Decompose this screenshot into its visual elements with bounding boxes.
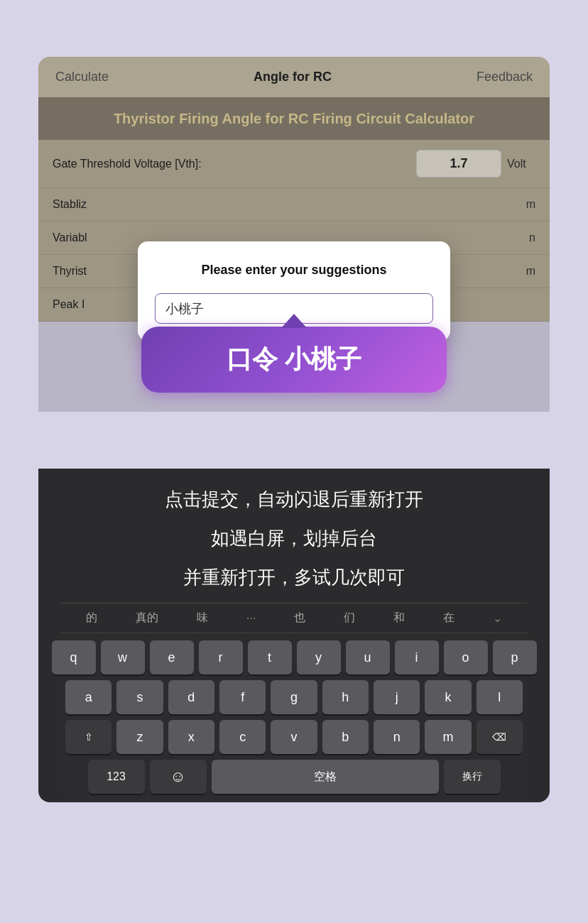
suggestion-wei[interactable]: 味	[197, 611, 208, 626]
instruction-line3: 并重新打开，多试几次即可	[61, 564, 527, 591]
key-k[interactable]: k	[425, 680, 471, 714]
key-f[interactable]: f	[219, 680, 266, 714]
backspace-key[interactable]: ⌫	[477, 720, 523, 754]
suggestion-he[interactable]: 和	[393, 611, 405, 626]
suggestion-ye[interactable]: 也	[294, 611, 305, 626]
key-p[interactable]: p	[493, 640, 537, 674]
tooltip-bubble: 口令 小桃子	[141, 327, 447, 393]
key-s[interactable]: s	[116, 680, 163, 714]
key-h[interactable]: h	[322, 680, 369, 714]
key-i[interactable]: i	[395, 640, 439, 674]
key-q[interactable]: q	[52, 640, 96, 674]
key-123[interactable]: 123	[88, 760, 145, 794]
key-j[interactable]: j	[374, 680, 420, 714]
suggestion-de[interactable]: 的	[86, 611, 97, 626]
key-e[interactable]: e	[150, 640, 194, 674]
key-space[interactable]: 空格	[212, 760, 439, 794]
dark-overlay: 点击提交，自动闪退后重新打开 如遇白屏，划掉后台 并重新打开，多试几次即可 的 …	[38, 469, 550, 802]
key-t[interactable]: t	[248, 640, 292, 674]
key-l[interactable]: l	[477, 680, 523, 714]
tooltip-text: 口令 小桃子	[227, 344, 361, 373]
app-container: Calculate Angle for RC Feedback Thyristo…	[38, 57, 550, 322]
key-emoji[interactable]: ☺	[150, 760, 207, 794]
key-a[interactable]: a	[65, 680, 111, 714]
instruction-line1: 点击提交，自动闪退后重新打开	[61, 486, 527, 513]
key-g[interactable]: g	[271, 680, 317, 714]
key-r[interactable]: r	[199, 640, 243, 674]
keyboard-row2: a s d f g h j k l	[65, 680, 523, 714]
key-w[interactable]: w	[101, 640, 145, 674]
keyboard-row4: 123 ☺ 空格 换行	[65, 760, 523, 794]
keyboard-row3: ⇧ z x c v b n m ⌫	[65, 720, 523, 754]
key-u[interactable]: u	[346, 640, 390, 674]
suggestion-men[interactable]: 们	[344, 611, 355, 626]
key-v[interactable]: v	[271, 720, 317, 754]
suggestion-dots: ···	[246, 612, 256, 625]
key-return[interactable]: 换行	[444, 760, 501, 794]
key-z[interactable]: z	[116, 720, 163, 754]
key-d[interactable]: d	[168, 680, 214, 714]
key-m[interactable]: m	[425, 720, 471, 754]
suggestion-row: 的 真的 味 ··· 也 们 和 在 ⌄	[61, 603, 527, 633]
suggestion-chevron-icon: ⌄	[493, 611, 502, 625]
key-n[interactable]: n	[374, 720, 420, 754]
suggestion-zhende[interactable]: 真的	[136, 611, 158, 626]
key-b[interactable]: b	[322, 720, 369, 754]
instruction-line2: 如遇白屏，划掉后台	[61, 525, 527, 552]
suggestion-zai[interactable]: 在	[443, 611, 454, 626]
key-o[interactable]: o	[444, 640, 488, 674]
key-c[interactable]: c	[219, 720, 266, 754]
key-x[interactable]: x	[168, 720, 214, 754]
keyboard-row1: q w e r t y u i o p	[65, 640, 523, 674]
shift-key[interactable]: ⇧	[65, 720, 111, 754]
keyboard: q w e r t y u i o p a s d f g h j k	[61, 633, 527, 802]
modal-title: Please enter your suggestions	[155, 261, 433, 279]
key-y[interactable]: y	[297, 640, 341, 674]
